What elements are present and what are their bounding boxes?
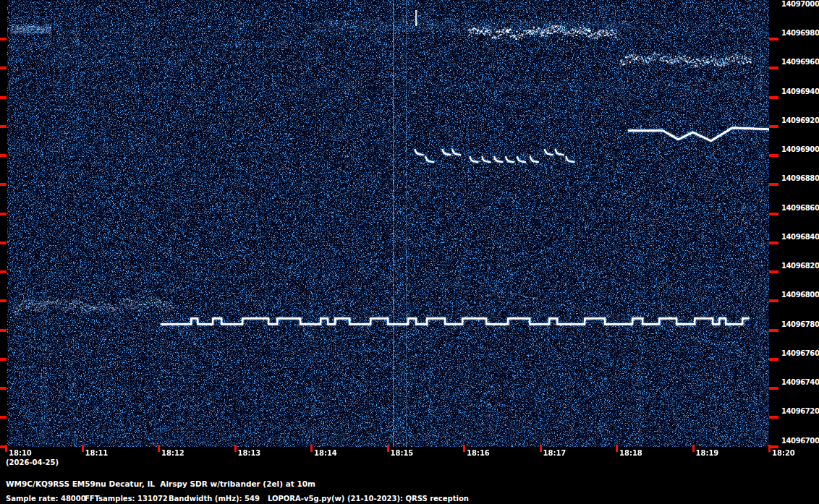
time-tick	[158, 445, 160, 452]
time-tick	[5, 445, 7, 452]
time-tick	[387, 445, 389, 452]
freq-tick-right	[769, 125, 778, 128]
freq-tick-left	[0, 358, 7, 361]
date-label: (2026-04-25)	[6, 458, 59, 466]
param-sample-rate: Sample rate: 48000	[6, 495, 86, 503]
freq-tick-right	[769, 183, 778, 186]
freq-tick-label: 14096760	[781, 349, 819, 357]
freq-tick-left	[0, 125, 7, 128]
freq-tick-right	[769, 38, 778, 40]
time-tick	[540, 445, 542, 452]
freq-tick-label: 14096700	[781, 437, 819, 445]
freq-tick-left	[0, 329, 7, 332]
time-tick-label: 18:12	[161, 449, 184, 457]
freq-tick-label: 14096980	[781, 29, 819, 37]
time-tick	[768, 445, 771, 452]
freq-tick-label: 14096800	[781, 291, 819, 299]
freq-tick-left	[0, 387, 7, 390]
param-bandwidth: Bandwidth (mHz): 549	[169, 495, 260, 503]
freq-tick-left	[0, 270, 7, 273]
freq-tick-label: 14096840	[781, 233, 819, 241]
time-tick	[310, 445, 313, 452]
freq-tick-right	[769, 154, 778, 157]
freq-tick-label: 14096860	[781, 204, 819, 212]
freq-tick-right	[769, 387, 778, 390]
time-tick	[616, 445, 618, 452]
param-software-version: LOPORA-v5g.py(w) (21-10-2023): QRSS rece…	[268, 495, 469, 503]
freq-tick-right	[769, 213, 778, 215]
freq-tick-label: 14096900	[781, 145, 819, 153]
freq-tick-left	[0, 213, 7, 215]
time-tick	[692, 445, 695, 452]
freq-tick-left	[0, 183, 7, 186]
freq-tick-left	[0, 242, 7, 244]
freq-tick-left	[0, 96, 7, 99]
freq-tick-right	[769, 67, 778, 69]
time-tick	[82, 445, 84, 452]
time-tick-label: 18:20	[772, 449, 795, 457]
time-tick-label: 18:18	[619, 449, 642, 457]
freq-tick-right	[769, 329, 778, 332]
time-tick	[463, 445, 465, 452]
freq-tick-label: 14096920	[781, 116, 819, 124]
qrss-grabber-image: 1409700014096980140969601409694014096920…	[0, 0, 819, 504]
time-tick	[234, 445, 237, 452]
time-tick-label: 18:13	[238, 449, 261, 457]
freq-tick-left	[0, 67, 7, 69]
freq-tick-label: 14096720	[781, 407, 819, 415]
time-tick-label: 18:19	[696, 449, 719, 457]
param-fft-samples: FFTsamples: 131072	[85, 495, 168, 503]
freq-tick-label: 14096940	[781, 87, 819, 95]
freq-tick-label: 14096960	[781, 58, 819, 66]
freq-tick-label: 14096820	[781, 262, 819, 270]
freq-tick-label: 14097000	[781, 0, 819, 8]
time-tick-label: 18:11	[85, 449, 109, 457]
time-tick-label: 18:17	[543, 449, 566, 457]
freq-tick-left	[0, 416, 7, 419]
time-tick-label: 18:16	[467, 449, 490, 457]
freq-tick-label: 14096740	[781, 378, 819, 386]
freq-tick-right	[769, 242, 778, 244]
freq-tick-label: 14096780	[781, 320, 819, 328]
freq-tick-left	[0, 154, 7, 157]
freq-tick-right	[769, 96, 778, 99]
time-tick-label: 18:10	[9, 449, 32, 457]
freq-tick-label: 14096880	[781, 174, 819, 182]
freq-tick-right	[769, 270, 778, 273]
station-info-line: WM9C/KQ9RSS EM59nu Decatur, IL Airspy SD…	[6, 480, 315, 488]
freq-tick-left	[0, 299, 7, 302]
freq-tick-right	[769, 358, 778, 361]
time-tick-label: 18:14	[314, 449, 337, 457]
freq-tick-right	[769, 416, 778, 419]
spectrogram-canvas	[7, 0, 769, 447]
freq-tick-left	[0, 38, 7, 40]
time-tick-label: 18:15	[391, 449, 414, 457]
freq-tick-right	[769, 299, 778, 302]
